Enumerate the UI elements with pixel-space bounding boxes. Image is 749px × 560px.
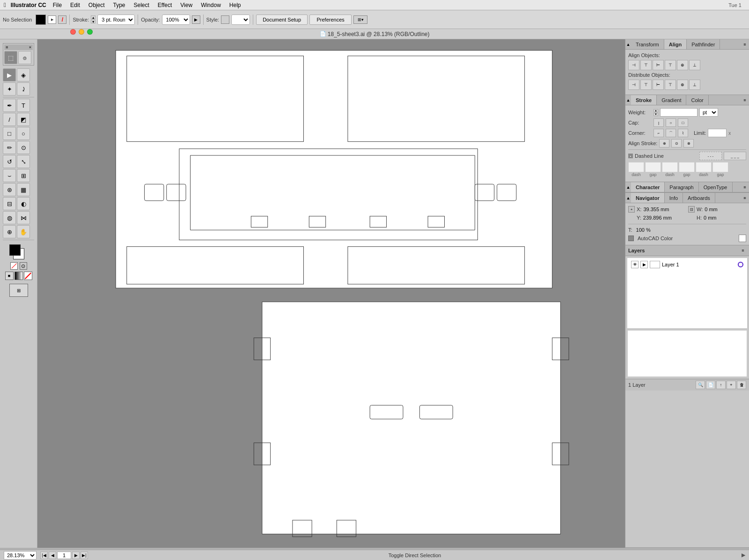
menu-type[interactable]: Type [109,1,129,9]
blend-tool[interactable]: ⋈ [17,211,30,224]
workspace-btn[interactable]: ⊞▾ [353,15,367,24]
none-mode-btn[interactable] [24,272,32,280]
menu-help[interactable]: Help [226,1,245,9]
opacity-dropdown[interactable]: 100% [162,15,190,25]
weight-stepper[interactable]: ▲ ▼ [654,109,658,116]
page-input[interactable]: 1 [57,552,71,559]
layer-1-row[interactable]: 👁 ▶ Layer 1 [629,260,745,269]
menu-edit[interactable]: Edit [66,1,84,9]
corner-round-btn[interactable]: ⌒ [666,129,676,137]
stroke-arrows[interactable]: ▲ ▼ [91,15,95,23]
color-tab[interactable]: Color [686,95,708,105]
scale-tool[interactable]: ⤡ [17,155,30,168]
align-top-btn[interactable]: ⊤ [665,60,676,70]
nav-panel-menu-icon[interactable]: ≡ [742,193,749,203]
lasso-tool[interactable]: ⌾ [18,51,31,64]
style-dropdown[interactable] [231,15,250,25]
gap-field-2[interactable] [679,162,695,172]
dashed-toggle[interactable]: ▪ [628,154,633,158]
pen-tool[interactable]: ✒ [3,99,16,112]
first-page-btn[interactable]: |◀ [40,552,48,559]
align-stroke-inside-btn[interactable]: ⊙ [671,139,682,147]
last-page-btn[interactable]: ▶| [81,552,88,559]
cap-square-btn[interactable]: □ [678,118,688,127]
gradient-btn[interactable] [15,272,23,280]
dist-hcenter-btn[interactable]: ⊤ [640,80,652,90]
selection-tool[interactable]: ▶ [3,68,16,81]
paint-bucket-tool[interactable]: ◩ [17,113,30,126]
dist-vcenter-btn[interactable]: ⊕ [677,80,688,90]
navigator-tab[interactable]: Navigator [631,193,665,203]
ellipse-tool[interactable]: ○ [17,127,30,140]
stroke-tab[interactable]: Stroke [631,95,657,105]
char-panel-collapse-icon[interactable]: ▲ [625,182,631,192]
opacity-arrow-btn[interactable]: ▶ [192,15,200,24]
none-btn[interactable]: / [58,15,66,24]
document-setup-button[interactable]: Document Setup [256,15,308,25]
prev-page-btn[interactable]: ◀ [49,552,56,559]
dashed-style-1[interactable]: - - - [699,152,722,160]
search-layers-btn[interactable]: 🔍 [696,381,705,389]
layer-expand-btn[interactable]: ▶ [640,261,648,268]
opentype-tab[interactable]: OpenType [699,182,733,192]
brush-tool[interactable]: ✏ [3,141,16,154]
magic-wand-tool[interactable]: ✦ [3,82,16,96]
dist-vtop-btn[interactable]: ⊤ [665,80,676,90]
warp-tool[interactable]: ⌣ [3,169,16,182]
stroke-color-btn[interactable]: ▶ [48,15,56,24]
layer-visibility-btn[interactable]: 👁 [631,261,639,268]
preferences-button[interactable]: Preferences [309,15,352,25]
crosshair-icon[interactable]: + [628,206,635,213]
character-tab[interactable]: Character [631,182,665,192]
fill-swatch[interactable] [36,15,46,25]
add-layer-btn[interactable]: 📄 [706,381,715,389]
move-layer-btn[interactable]: ↑ [716,381,726,389]
add-new-layer-btn[interactable]: + [727,381,736,389]
blob-brush-tool[interactable]: ⊙ [17,141,30,154]
eyedropper-tool[interactable]: ◍ [3,211,16,224]
stroke-panel-collapse-icon[interactable]: ▲ [625,95,631,105]
paragraph-tab[interactable]: Paragraph [665,182,698,192]
direct-selection-tool[interactable]: ◈ [17,68,30,81]
dist-hleft-btn[interactable]: ⊣ [628,80,639,90]
menu-window[interactable]: Window [197,1,225,9]
symbol-tool[interactable]: ⊛ [3,183,16,196]
dash-field-3[interactable] [696,162,712,172]
direct-select-tool[interactable]: ⬚ [4,51,17,64]
zoom-select[interactable]: 28.13% [4,551,37,560]
column-graph-tool[interactable]: ▦ [17,183,30,196]
dash-field-1[interactable] [628,162,644,172]
style-chip[interactable] [221,15,229,24]
align-right-btn[interactable]: ⊢ [653,60,664,70]
lasso-select-tool[interactable]: ⤸ [17,82,30,96]
char-panel-menu-icon[interactable]: ≡ [742,182,749,192]
none-swatch[interactable] [10,262,18,270]
limit-input[interactable] [708,129,727,137]
delete-layer-btn[interactable]: 🗑 [737,381,746,389]
corner-bevel-btn[interactable]: ⌇ [678,129,688,137]
minimize-button[interactable] [79,29,84,35]
canvas-area[interactable] [37,39,625,548]
panel-collapse-icon[interactable]: ▲ [625,39,631,49]
menu-select[interactable]: Select [130,1,153,9]
gap-field-3[interactable] [712,162,728,172]
next-page-btn[interactable]: ▶ [72,552,80,559]
dashed-style-2[interactable]: _ _ _ [724,152,746,160]
panel-menu-icon[interactable]: ≡ [742,39,749,49]
close-button[interactable] [70,29,76,35]
autocad-color-swatch[interactable] [628,236,634,241]
gradient-tab[interactable]: Gradient [657,95,686,105]
weight-input[interactable] [660,108,698,117]
dash-field-2[interactable] [662,162,678,172]
rotate-tool[interactable]: ↺ [3,155,16,168]
transform-tab[interactable]: Transform [631,39,664,49]
align-vcenter-btn[interactable]: ⊕ [677,60,688,70]
wh-icon[interactable]: ⊡ [688,206,695,213]
fill-swatch-fg[interactable] [9,244,21,256]
dist-vbottom-btn[interactable]: ⊥ [689,80,700,90]
cap-butt-btn[interactable]: | [654,118,664,127]
close-panel-icon[interactable]: × [29,45,31,50]
menu-effect[interactable]: Effect [154,1,176,9]
menu-object[interactable]: Object [85,1,109,9]
cap-round-btn[interactable]: ○ [666,118,676,127]
